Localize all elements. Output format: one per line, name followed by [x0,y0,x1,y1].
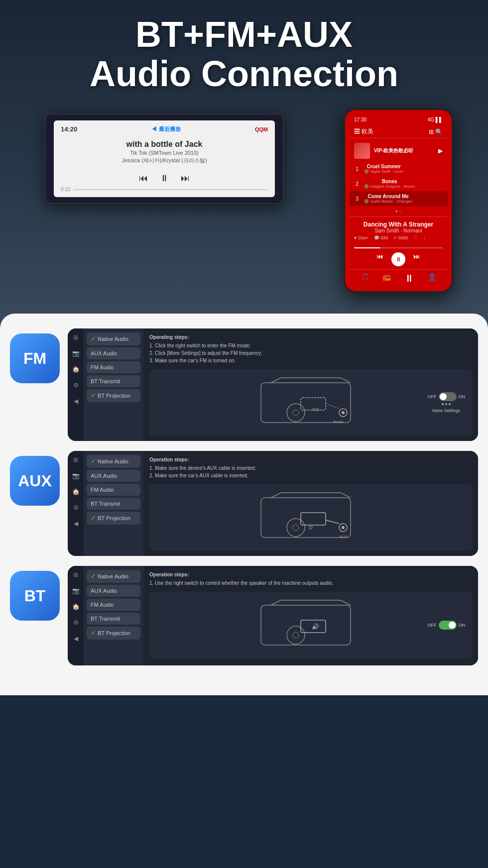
check-icon: ✓ [91,458,96,465]
track-artist: 🟢 Taylor Swift · Lover [364,169,404,174]
bt-transmit-label: BT Transmit [91,378,120,384]
svg-point-10 [287,519,305,537]
svg-line-16 [326,520,339,524]
sidebar-settings-icon[interactable]: ⚙ [71,380,81,390]
svg-text:AUX: AUX [339,535,348,539]
bt-connection-card: BT ⊞ 📷 🏠 ⚙ ◀ ✓ Native Audio [10,566,478,665]
nav-play-icon[interactable]: ⏸ [404,273,414,284]
aux-step1: 1. Make sure the device's AUX cable is i… [149,464,472,472]
track-number: 1 [354,166,360,172]
bt-projection-label: BT Projection [98,630,130,636]
list-item[interactable]: 2 Bones 🟢 Imagine Dragons · Bones [349,176,448,191]
pause-button[interactable]: ⏸ [160,173,169,184]
svg-rect-18 [261,605,351,645]
aux-sidebar-settings-icon[interactable]: ⚙ [71,503,81,513]
sidebar-home-icon[interactable]: 🏠 [71,364,81,374]
track-number: 3 [354,196,360,202]
song-title: with a bottle of Jack [61,140,268,149]
phone-bottom-nav: 🎵 📻 ⏸ 👤 [349,269,448,287]
now-playing-title: Dancing With A Stranger [354,221,443,228]
player-prev[interactable]: ⏮ [376,252,383,266]
title-line2: Audio Connection [90,54,398,94]
album-thumb [354,143,370,159]
aux-aux-audio-btn[interactable]: AUX Audio [87,470,140,482]
svg-line-8 [326,404,339,409]
fm-step1: 1. Click the right switch to enter the F… [149,342,472,349]
bt-sidebar-camera-icon[interactable]: 📷 [71,586,81,596]
player-next[interactable]: ⏭ [413,252,420,266]
player-controls[interactable]: ⏮ ⏸ ⏭ [349,252,448,266]
chevron-right-icon[interactable]: ▶ [438,147,443,154]
fm-audio-btn[interactable]: FM Audio [87,361,140,373]
track-name: Bones [364,179,415,184]
rewind-button[interactable]: ⏮ [139,173,148,184]
aux-sidebar-grid-icon[interactable]: ⊞ [71,455,81,465]
aux-audio-btn[interactable]: AUX Audio [87,347,140,359]
sidebar-grid-icon[interactable]: ⊞ [71,332,81,342]
bt-projection-label: BT Projection [98,393,130,399]
player-play-pause[interactable]: ⏸ [391,252,405,266]
nav-user-icon[interactable]: 👤 [428,273,436,284]
header-section: BT+FM+AUX Audio Connection 14:20 ◀ 最近播放 … [0,0,488,324]
nav-radio-icon[interactable]: 📻 [382,273,391,284]
bt-toggle-switch[interactable] [439,621,457,630]
bt-transmit-label: BT Transmit [91,501,120,507]
car-screen-device: 14:20 ◀ 最近播放 QQM with a bottle of Jack T… [45,113,284,204]
phone-mockup: 17:30 4G ▌▌ ☰ 欧美 ⊞ 🔍 VIP-欧美热歌必听 ▶ [344,108,453,293]
bt-aux-audio-btn[interactable]: AUX Audio [87,585,140,597]
sidebar-back-icon[interactable]: ◀ [71,396,81,406]
bt-sidebar-settings-icon[interactable]: ⚙ [71,618,81,628]
bt-content: Operation steps: 1. Use the right switch… [143,566,478,665]
main-content: FM ⊞ 📷 🏠 ⚙ ◀ ✓ Native Audio [0,314,488,695]
list-item[interactable]: 3 Come Around Me 🟢 Justin Bieber · Chang… [349,191,448,206]
car-controls[interactable]: ⏮ ⏸ ⏭ [61,173,268,184]
fm-audio-label: FM Audio [91,487,114,493]
bt-badge: BT [10,571,60,621]
fm-toggle-off-label: OFF [428,394,437,399]
bt-transmit-btn[interactable]: BT Transmit [87,375,140,387]
bt-projection-btn[interactable]: ✓ BT Projection [87,389,140,402]
hamburger-icon[interactable]: ☰ 欧美 [354,127,373,136]
aux-menu: ✓ Native Audio AUX Audio FM Audio BT Tra… [84,451,143,556]
aux-badge: AUX [10,456,60,506]
more-settings-label[interactable]: More Settings [432,408,460,413]
aux-bt-projection-btn[interactable]: ✓ BT Projection [87,512,140,525]
forward-button[interactable]: ⏭ [181,173,190,184]
svg-point-17 [309,526,312,529]
car-dashboard: 14:20 ◀ 最近播放 QQM with a bottle of Jack T… [20,104,468,313]
phone-actions[interactable]: ⊞ 🔍 [429,128,443,135]
fm-toggle-switch[interactable] [439,392,457,401]
check-icon: ✓ [91,335,96,342]
bt-fm-audio-btn[interactable]: FM Audio [87,599,140,611]
bt-sidebar-back-icon[interactable]: ◀ [71,634,81,644]
song-artist: Jessica (제시카)/Krystal (크리스탈) [61,157,268,164]
sidebar-camera-icon[interactable]: 📷 [71,348,81,358]
nav-home-icon[interactable]: 🎵 [361,273,369,284]
aux-bt-transmit-btn[interactable]: BT Transmit [87,498,140,510]
bt-transmit-btn[interactable]: BT Transmit [87,613,140,625]
aux-sidebar-home-icon[interactable]: 🏠 [71,487,81,497]
fm-op-steps: Operating steps: 1. Click the right swit… [149,333,472,364]
bt-car-svg: 🔊 [256,598,366,652]
bt-menu: ✓ Native Audio AUX Audio FM Audio BT Tra… [84,566,143,665]
list-item[interactable]: 1 Cruel Summer 🟢 Taylor Swift · Lover [349,161,448,176]
bt-projection-btn[interactable]: ✓ BT Projection [87,627,140,640]
bt-native-audio-btn[interactable]: ✓ Native Audio [87,570,140,583]
bt-op-title: Operation steps: [149,571,472,578]
native-audio-btn[interactable]: ✓ Native Audio [87,332,140,345]
aux-sidebar-camera-icon[interactable]: 📷 [71,471,81,481]
car-screen-display: 14:20 ◀ 最近播放 QQM with a bottle of Jack T… [54,120,275,197]
aux-sidebar-back-icon[interactable]: ◀ [71,519,81,529]
bt-sidebar-home-icon[interactable]: 🏠 [71,602,81,612]
svg-rect-9 [261,498,351,538]
bt-sidebar-grid-icon[interactable]: ⊞ [71,570,81,580]
aux-native-audio-btn[interactable]: ✓ Native Audio [87,455,140,468]
fm-panel: ⊞ 📷 🏠 ⚙ ◀ ✓ Native Audio AUX Audio [68,328,478,441]
aux-fm-audio-btn[interactable]: FM Audio [87,484,140,496]
bt-step1: 1. Use the right switch to control wheth… [149,579,472,587]
check-icon: ✓ [91,573,96,580]
track-number: 2 [354,181,360,187]
like-action[interactable]: ♡ [413,235,417,240]
more-action[interactable]: ⋮ [422,235,427,240]
track-name: Come Around Me [364,194,412,199]
